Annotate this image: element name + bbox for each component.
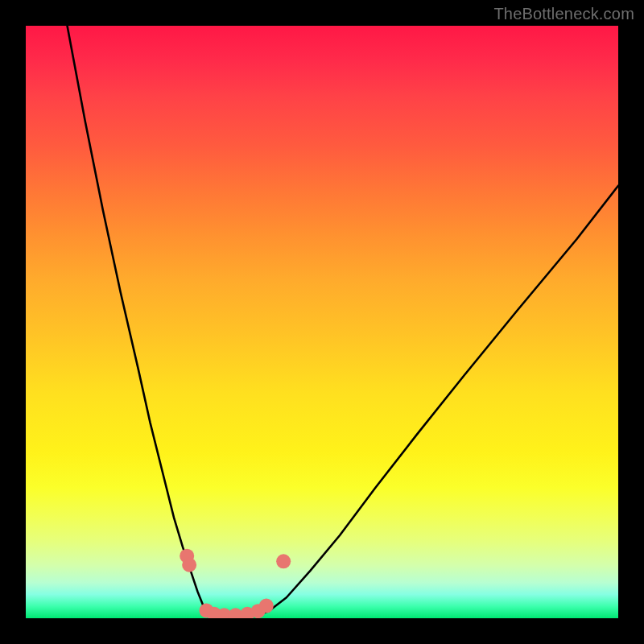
data-marker [182,558,196,572]
bottleneck-curve [26,26,618,618]
curve-path [68,26,618,617]
data-marker [276,554,291,568]
chart-frame: TheBottleneck.com [0,0,644,644]
watermark-text: TheBottleneck.com [493,5,634,23]
plot-area [26,26,618,618]
data-marker [259,599,274,613]
